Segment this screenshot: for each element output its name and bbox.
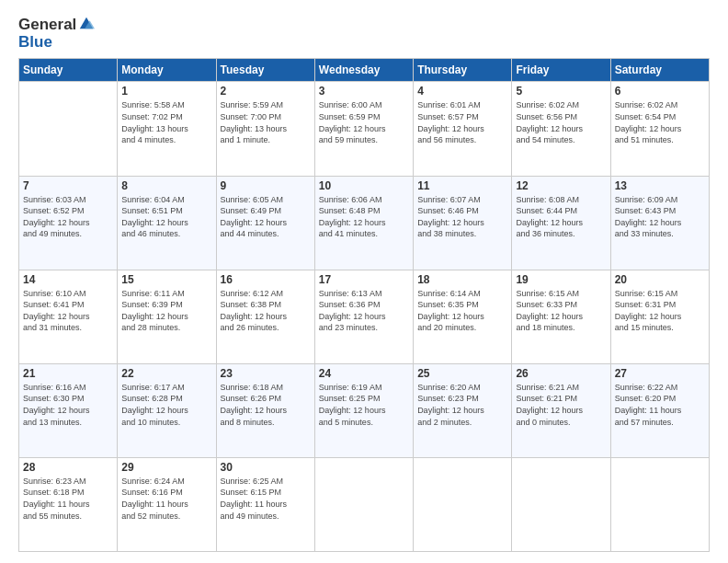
day-number: 15: [121, 273, 211, 286]
day-number: 7: [23, 179, 113, 192]
page: General Blue SundayMondayTuesdayWednesda…: [0, 0, 728, 563]
day-cell: 23Sunrise: 6:18 AM Sunset: 6:26 PM Dayli…: [216, 363, 314, 457]
logo-text-blue: Blue: [18, 33, 52, 51]
day-info: Sunrise: 6:14 AM Sunset: 6:35 PM Dayligh…: [417, 288, 507, 334]
day-cell: [610, 457, 709, 551]
day-info: Sunrise: 6:11 AM Sunset: 6:39 PM Dayligh…: [121, 288, 211, 334]
day-number: 20: [615, 273, 705, 286]
day-number: 25: [417, 367, 507, 380]
day-number: 6: [615, 85, 705, 98]
header-row: SundayMondayTuesdayWednesdayThursdayFrid…: [19, 59, 710, 82]
day-number: 5: [516, 85, 606, 98]
day-info: Sunrise: 6:15 AM Sunset: 6:31 PM Dayligh…: [615, 288, 705, 334]
week-row: 21Sunrise: 6:16 AM Sunset: 6:30 PM Dayli…: [19, 363, 710, 457]
day-info: Sunrise: 6:25 AM Sunset: 6:15 PM Dayligh…: [221, 476, 311, 522]
day-number: 19: [516, 273, 606, 286]
day-number: 8: [121, 179, 211, 192]
day-cell: 20Sunrise: 6:15 AM Sunset: 6:31 PM Dayli…: [610, 270, 709, 363]
day-cell: 10Sunrise: 6:06 AM Sunset: 6:48 PM Dayli…: [314, 176, 413, 270]
week-row: 14Sunrise: 6:10 AM Sunset: 6:41 PM Dayli…: [19, 270, 710, 363]
day-info: Sunrise: 6:00 AM Sunset: 6:59 PM Dayligh…: [319, 99, 409, 145]
day-info: Sunrise: 6:02 AM Sunset: 6:56 PM Dayligh…: [516, 99, 606, 145]
day-info: Sunrise: 6:24 AM Sunset: 6:16 PM Dayligh…: [121, 476, 211, 522]
day-cell: 29Sunrise: 6:24 AM Sunset: 6:16 PM Dayli…: [118, 457, 216, 551]
day-info: Sunrise: 6:07 AM Sunset: 6:46 PM Dayligh…: [417, 194, 507, 240]
day-number: 14: [23, 273, 113, 286]
day-info: Sunrise: 6:08 AM Sunset: 6:44 PM Dayligh…: [516, 194, 606, 240]
week-row: 28Sunrise: 6:23 AM Sunset: 6:18 PM Dayli…: [19, 457, 710, 551]
day-cell: 27Sunrise: 6:22 AM Sunset: 6:20 PM Dayli…: [610, 363, 709, 457]
day-info: Sunrise: 6:15 AM Sunset: 6:33 PM Dayligh…: [516, 288, 606, 334]
day-number: 22: [121, 367, 211, 380]
calendar-table: SundayMondayTuesdayWednesdayThursdayFrid…: [18, 58, 710, 552]
day-cell: 2Sunrise: 5:59 AM Sunset: 7:00 PM Daylig…: [216, 82, 314, 176]
day-cell: 11Sunrise: 6:07 AM Sunset: 6:46 PM Dayli…: [414, 176, 512, 270]
day-number: 9: [221, 179, 311, 192]
day-number: 21: [23, 367, 113, 380]
day-cell: [512, 457, 610, 551]
day-info: Sunrise: 6:23 AM Sunset: 6:18 PM Dayligh…: [23, 476, 113, 522]
day-info: Sunrise: 6:16 AM Sunset: 6:30 PM Dayligh…: [23, 382, 113, 428]
day-number: 10: [319, 179, 409, 192]
day-number: 18: [417, 273, 507, 286]
day-cell: 30Sunrise: 6:25 AM Sunset: 6:15 PM Dayli…: [216, 457, 314, 551]
day-header-saturday: Saturday: [610, 59, 709, 82]
day-number: 29: [121, 461, 211, 474]
header: General Blue: [18, 17, 710, 51]
day-info: Sunrise: 6:22 AM Sunset: 6:20 PM Dayligh…: [615, 382, 705, 428]
day-info: Sunrise: 6:17 AM Sunset: 6:28 PM Dayligh…: [121, 382, 211, 428]
day-info: Sunrise: 6:09 AM Sunset: 6:43 PM Dayligh…: [615, 194, 705, 240]
day-header-friday: Friday: [512, 59, 610, 82]
day-cell: 4Sunrise: 6:01 AM Sunset: 6:57 PM Daylig…: [414, 82, 512, 176]
week-row: 1Sunrise: 5:58 AM Sunset: 7:02 PM Daylig…: [19, 82, 710, 176]
day-info: Sunrise: 6:21 AM Sunset: 6:21 PM Dayligh…: [516, 382, 606, 428]
day-number: 24: [319, 367, 409, 380]
day-cell: 14Sunrise: 6:10 AM Sunset: 6:41 PM Dayli…: [19, 270, 118, 363]
day-info: Sunrise: 6:01 AM Sunset: 6:57 PM Dayligh…: [417, 99, 507, 145]
day-cell: 28Sunrise: 6:23 AM Sunset: 6:18 PM Dayli…: [19, 457, 118, 551]
day-cell: 16Sunrise: 6:12 AM Sunset: 6:38 PM Dayli…: [216, 270, 314, 363]
day-header-wednesday: Wednesday: [314, 59, 413, 82]
day-cell: 1Sunrise: 5:58 AM Sunset: 7:02 PM Daylig…: [118, 82, 216, 176]
day-cell: 12Sunrise: 6:08 AM Sunset: 6:44 PM Dayli…: [512, 176, 610, 270]
day-info: Sunrise: 6:20 AM Sunset: 6:23 PM Dayligh…: [417, 382, 507, 428]
day-number: 3: [319, 85, 409, 98]
day-header-thursday: Thursday: [414, 59, 512, 82]
day-info: Sunrise: 6:18 AM Sunset: 6:26 PM Dayligh…: [221, 382, 311, 428]
day-cell: 18Sunrise: 6:14 AM Sunset: 6:35 PM Dayli…: [414, 270, 512, 363]
day-number: 13: [615, 179, 705, 192]
day-cell: [19, 82, 118, 176]
day-info: Sunrise: 6:03 AM Sunset: 6:52 PM Dayligh…: [23, 194, 113, 240]
day-number: 4: [417, 85, 507, 98]
day-number: 17: [319, 273, 409, 286]
day-number: 23: [221, 367, 311, 380]
day-number: 11: [417, 179, 507, 192]
day-cell: 26Sunrise: 6:21 AM Sunset: 6:21 PM Dayli…: [512, 363, 610, 457]
day-header-monday: Monday: [118, 59, 216, 82]
day-number: 28: [23, 461, 113, 474]
day-cell: 9Sunrise: 6:05 AM Sunset: 6:49 PM Daylig…: [216, 176, 314, 270]
day-cell: 7Sunrise: 6:03 AM Sunset: 6:52 PM Daylig…: [19, 176, 118, 270]
day-cell: 8Sunrise: 6:04 AM Sunset: 6:51 PM Daylig…: [118, 176, 216, 270]
logo: General Blue: [18, 17, 95, 51]
day-number: 16: [221, 273, 311, 286]
day-header-sunday: Sunday: [19, 59, 118, 82]
day-info: Sunrise: 5:59 AM Sunset: 7:00 PM Dayligh…: [221, 99, 311, 145]
day-info: Sunrise: 6:04 AM Sunset: 6:51 PM Dayligh…: [121, 194, 211, 240]
day-cell: 15Sunrise: 6:11 AM Sunset: 6:39 PM Dayli…: [118, 270, 216, 363]
day-cell: [414, 457, 512, 551]
day-info: Sunrise: 6:05 AM Sunset: 6:49 PM Dayligh…: [221, 194, 311, 240]
day-info: Sunrise: 6:06 AM Sunset: 6:48 PM Dayligh…: [319, 194, 409, 240]
day-cell: 22Sunrise: 6:17 AM Sunset: 6:28 PM Dayli…: [118, 363, 216, 457]
day-info: Sunrise: 5:58 AM Sunset: 7:02 PM Dayligh…: [121, 99, 211, 145]
day-cell: 19Sunrise: 6:15 AM Sunset: 6:33 PM Dayli…: [512, 270, 610, 363]
day-info: Sunrise: 6:10 AM Sunset: 6:41 PM Dayligh…: [23, 288, 113, 334]
week-row: 7Sunrise: 6:03 AM Sunset: 6:52 PM Daylig…: [19, 176, 710, 270]
day-header-tuesday: Tuesday: [216, 59, 314, 82]
day-cell: 6Sunrise: 6:02 AM Sunset: 6:54 PM Daylig…: [610, 82, 709, 176]
day-cell: 17Sunrise: 6:13 AM Sunset: 6:36 PM Dayli…: [314, 270, 413, 363]
day-info: Sunrise: 6:13 AM Sunset: 6:36 PM Dayligh…: [319, 288, 409, 334]
day-number: 27: [615, 367, 705, 380]
day-number: 12: [516, 179, 606, 192]
day-number: 2: [221, 85, 311, 98]
